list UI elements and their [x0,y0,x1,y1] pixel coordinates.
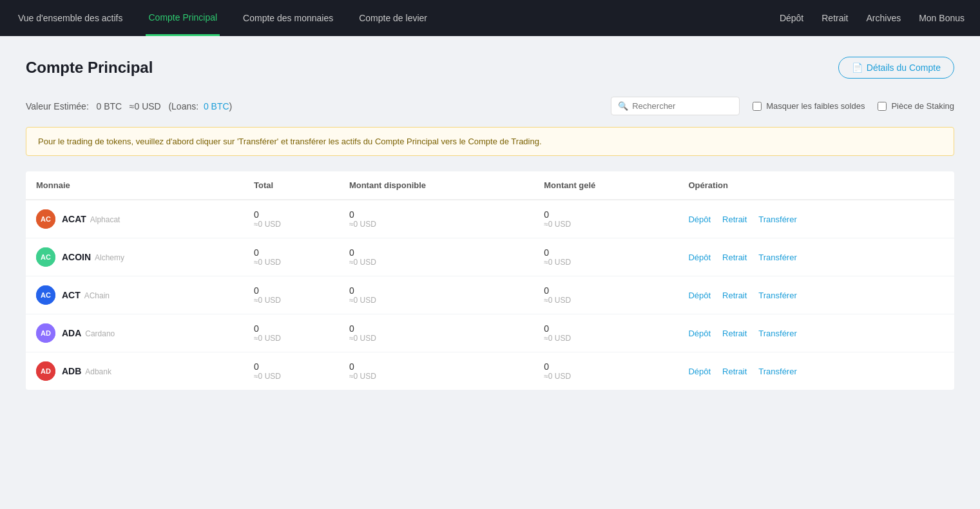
loans-value: 0 BTC [204,101,229,111]
coin-symbol-2: ACT [62,290,81,300]
available-sub-0: ≈0 USD [349,220,523,229]
search-input[interactable] [632,101,733,111]
svg-text:AD: AD [41,329,51,337]
transferer-link-0[interactable]: Transférer [758,215,796,224]
staking-checkbox[interactable] [878,102,887,111]
cell-disponible-3: 0 ≈0 USD [339,314,533,352]
coin-name-0: Alphacat [90,215,120,224]
svg-text:AC: AC [41,215,51,223]
toolbar: Valeur Estimée: 0 BTC ≈0 USD (Loans: 0 B… [26,97,954,115]
total-sub-1: ≈0 USD [254,258,329,267]
main-content: Compte Principal 📄 Détails du Compte Val… [0,36,980,410]
cell-total-2: 0 ≈0 USD [244,276,339,314]
frozen-sub-0: ≈0 USD [544,220,668,229]
nav-item-compte-monnaies[interactable]: Compte des monnaies [240,0,336,36]
document-icon: 📄 [852,62,863,73]
transferer-link-3[interactable]: Transférer [758,329,796,338]
available-sub-4: ≈0 USD [349,372,523,381]
nav-item-vue-ensemble[interactable]: Vue d'ensemble des actifs [15,0,125,36]
coin-symbol-0: ACAT [62,214,86,224]
retrait-link-4[interactable]: Retrait [722,367,747,376]
hide-small-balances-label[interactable]: Masquer les faibles soldes [753,101,865,111]
retrait-link-3[interactable]: Retrait [722,329,747,338]
svg-text:AC: AC [41,291,51,299]
cell-monnaie-3: AD ADA Cardano [26,314,244,352]
coin-symbol-3: ADA [62,328,81,338]
frozen-sub-4: ≈0 USD [544,372,668,381]
available-sub-1: ≈0 USD [349,258,523,267]
staking-label[interactable]: Pièce de Staking [878,101,954,111]
coin-name-2: AChain [84,291,110,300]
depot-link-0[interactable]: Dépôt [688,215,711,224]
estimated-value: Valeur Estimée: 0 BTC ≈0 USD (Loans: 0 B… [26,101,232,111]
estimated-label: Valeur Estimée: [26,101,89,111]
nav-right: Dépôt Retrait Archives Mon Bonus [780,13,965,23]
cell-gele-3: 0 ≈0 USD [533,314,678,352]
cell-operation-4: Dépôt Retrait Transférer [678,352,954,390]
navbar: Vue d'ensemble des actifs Compte Princip… [0,0,980,36]
cell-gele-1: 0 ≈0 USD [533,238,678,276]
coin-symbol-4: ADB [62,366,81,376]
total-sub-3: ≈0 USD [254,334,329,343]
col-total: Total [244,171,339,200]
hide-small-label-text: Masquer les faibles soldes [766,101,865,111]
hide-small-balances-checkbox[interactable] [753,102,762,111]
retrait-link-2[interactable]: Retrait [722,291,747,300]
table-header: Monnaie Total Montant disponible Montant… [26,171,954,200]
depot-link-3[interactable]: Dépôt [688,329,711,338]
transferer-link-4[interactable]: Transférer [758,367,796,376]
frozen-main-0: 0 [544,209,668,220]
frozen-sub-1: ≈0 USD [544,258,668,267]
assets-table-wrap: Monnaie Total Montant disponible Montant… [26,171,954,390]
coin-icon-acoin: AC [36,247,55,267]
frozen-main-2: 0 [544,285,668,296]
col-monnaie: Monnaie [26,171,244,200]
coin-svg-act: AC [36,285,55,305]
retrait-link-0[interactable]: Retrait [722,215,747,224]
depot-link-1[interactable]: Dépôt [688,253,711,262]
coin-name-4: Adbank [85,367,111,376]
frozen-main-4: 0 [544,361,668,372]
cell-monnaie-4: AD ADB Adbank [26,352,244,390]
page-title: Compte Principal [26,59,153,77]
cell-operation-2: Dépôt Retrait Transférer [678,276,954,314]
available-main-1: 0 [349,247,523,258]
nav-mon-bonus[interactable]: Mon Bonus [919,13,965,23]
banner-text: Pour le trading de tokens, veuillez d'ab… [38,137,542,146]
cell-operation-3: Dépôt Retrait Transférer [678,314,954,352]
cell-gele-2: 0 ≈0 USD [533,276,678,314]
total-main-4: 0 [254,361,329,372]
table-row: AC ACAT Alphacat 0 ≈0 USD 0 ≈0 USD 0 [26,200,954,238]
cell-gele-4: 0 ≈0 USD [533,352,678,390]
col-operation: Opération [678,171,954,200]
cell-disponible-2: 0 ≈0 USD [339,276,533,314]
nav-item-compte-levier[interactable]: Compte de levier [356,0,430,36]
cell-disponible-0: 0 ≈0 USD [339,200,533,238]
nav-retrait[interactable]: Retrait [821,13,848,23]
depot-link-2[interactable]: Dépôt [688,291,711,300]
info-banner: Pour le trading de tokens, veuillez d'ab… [26,127,954,156]
col-disponible: Montant disponible [339,171,533,200]
cell-monnaie-1: AC ACOIN Alchemy [26,238,244,276]
transferer-link-2[interactable]: Transférer [758,291,796,300]
table-row: AD ADA Cardano 0 ≈0 USD 0 ≈0 USD 0 [26,314,954,352]
retrait-link-1[interactable]: Retrait [722,253,747,262]
available-main-3: 0 [349,323,523,334]
total-main-3: 0 [254,323,329,334]
btc-value: 0 BTC [96,101,122,111]
transferer-link-1[interactable]: Transférer [758,253,796,262]
loans-label: Loans: [171,101,198,111]
nav-item-compte-principal[interactable]: Compte Principal [146,0,220,36]
table-row: AC ACOIN Alchemy 0 ≈0 USD 0 ≈0 USD 0 [26,238,954,276]
cell-total-1: 0 ≈0 USD [244,238,339,276]
total-sub-0: ≈0 USD [254,220,329,229]
details-button[interactable]: 📄 Détails du Compte [838,57,954,79]
nav-archives[interactable]: Archives [866,13,901,23]
svg-text:AC: AC [41,253,51,261]
available-sub-3: ≈0 USD [349,334,523,343]
search-box: 🔍 [611,97,740,115]
coin-svg-acoin: AC [36,247,55,267]
depot-link-4[interactable]: Dépôt [688,367,711,376]
coin-svg-acat: AC [36,209,55,229]
nav-depot[interactable]: Dépôt [780,13,803,23]
